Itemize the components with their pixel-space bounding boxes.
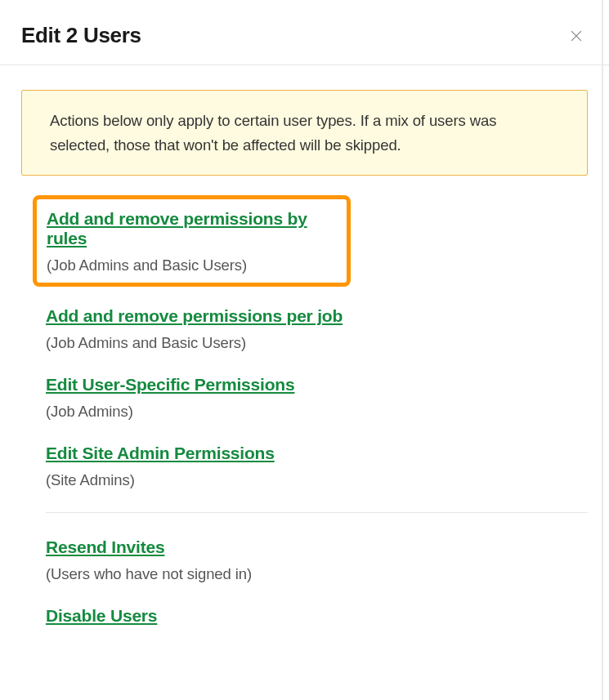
resend-invites-link[interactable]: Resend Invites [46,537,588,557]
close-icon [568,28,584,44]
divider [46,512,588,513]
modal-header: Edit 2 Users [0,0,609,65]
actions-group-2: Resend Invites (Users who have not signe… [21,537,588,626]
action-item: Edit User-Specific Permissions (Job Admi… [46,375,588,421]
highlighted-action: Add and remove permissions by rules (Job… [33,195,351,287]
info-banner: Actions below only apply to certain user… [21,90,588,176]
modal-title: Edit 2 Users [21,23,141,48]
site-admin-permissions-link[interactable]: Edit Site Admin Permissions [46,444,588,463]
action-item: Add and remove permissions per job (Job … [46,306,588,352]
resend-invites-desc: (Users who have not signed in) [46,565,588,583]
user-specific-permissions-link[interactable]: Edit User-Specific Permissions [46,375,588,395]
vertical-rule [602,0,603,700]
action-item: Disable Users [46,606,588,626]
action-item: Resend Invites (Users who have not signe… [46,537,588,583]
modal-body: Actions below only apply to certain user… [0,65,609,673]
permissions-per-job-link[interactable]: Add and remove permissions per job [46,306,588,326]
permissions-by-rules-desc: (Job Admins and Basic Users) [47,256,337,274]
site-admin-permissions-desc: (Site Admins) [46,471,588,489]
permissions-by-rules-link[interactable]: Add and remove permissions by rules [47,209,337,248]
edit-users-modal: Edit 2 Users Actions below only apply to… [0,0,609,700]
disable-users-link[interactable]: Disable Users [46,606,588,626]
close-button[interactable] [565,25,588,47]
actions-group-1: Add and remove permissions per job (Job … [21,306,588,489]
action-item: Edit Site Admin Permissions (Site Admins… [46,444,588,489]
user-specific-permissions-desc: (Job Admins) [46,403,588,421]
permissions-per-job-desc: (Job Admins and Basic Users) [46,334,588,352]
